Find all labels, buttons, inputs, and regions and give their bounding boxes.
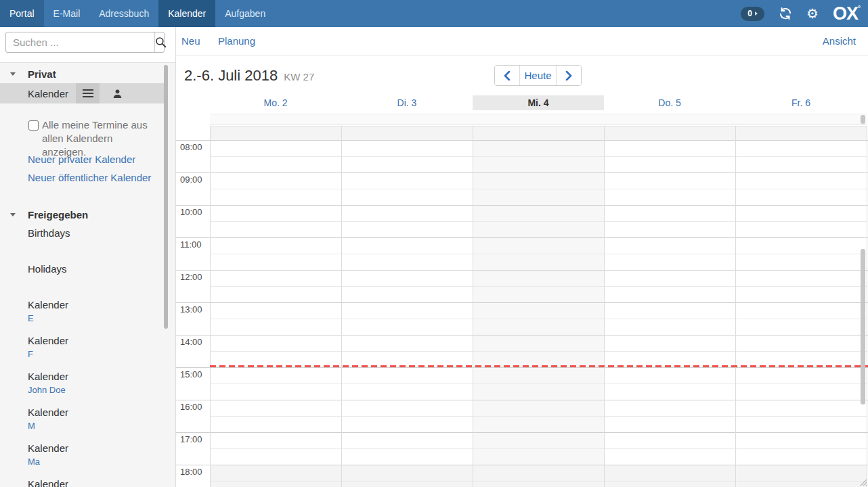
time-grid: 08:0009:0010:0011:0012:0013:0014:0015:00… <box>176 126 868 487</box>
today-button[interactable]: Heute <box>519 66 557 85</box>
time-label: 12:00 <box>180 272 209 282</box>
item-title: Kalender <box>28 478 68 487</box>
time-label: 14:00 <box>180 337 209 347</box>
resize-grip-icon[interactable] <box>858 477 867 486</box>
day-header-fr-6[interactable]: Fr. 6 <box>735 95 867 110</box>
day-header-mo-2[interactable]: Mo. 2 <box>210 95 341 110</box>
day-column-di-3[interactable] <box>341 126 473 487</box>
item-title: Holidays <box>28 262 67 275</box>
sidebar-item-kalender-f[interactable]: Kalender F <box>0 334 165 363</box>
collapse-caret-icon <box>10 213 16 216</box>
app-window: Portal E-Mail Adressbuch Kalender Aufgab… <box>0 0 868 487</box>
sidebar-item-kalender-m[interactable]: Kalender M <box>0 406 165 434</box>
item-owner: F <box>28 349 33 360</box>
time-label: 09:00 <box>180 175 209 185</box>
time-label: 18:00 <box>180 467 209 477</box>
sidebar-item-holidays[interactable]: Holidays <box>0 262 165 279</box>
item-title: Birthdays <box>28 227 70 239</box>
main-nav: Portal E-Mail Adressbuch Kalender Aufgab… <box>0 0 275 27</box>
day-header-di-3[interactable]: Di. 3 <box>341 95 473 110</box>
show-all-appointments-checkbox[interactable] <box>28 120 39 131</box>
refresh-icon[interactable] <box>779 7 792 20</box>
show-all-appointments-label[interactable]: Alle meine Termine aus allen Kalendern a… <box>42 118 149 159</box>
badge-count: 0 <box>747 9 752 18</box>
section-private[interactable]: Privat <box>0 67 175 80</box>
item-title: Kalender <box>28 370 68 383</box>
allday-scrollbar[interactable] <box>861 115 865 124</box>
calendar-week-label: KW 27 <box>284 71 314 83</box>
time-label: 15:00 <box>180 369 209 379</box>
day-column-do-5[interactable] <box>604 126 735 487</box>
new-private-calendar-link[interactable]: Neuer privater Kalender <box>28 154 135 165</box>
folder-actions-menu-icon[interactable] <box>76 83 100 103</box>
section-shared[interactable]: Freigegeben <box>0 208 175 221</box>
time-label: 16:00 <box>180 402 209 412</box>
topbar-controls: 0 ⚙ OX° <box>741 0 860 27</box>
column-gridline <box>867 126 867 487</box>
planning-button[interactable]: Planung <box>218 35 255 47</box>
item-owner: M <box>28 421 35 432</box>
search-input[interactable] <box>6 32 154 52</box>
next-week-button[interactable] <box>557 66 581 85</box>
sidebar-item-birthdays[interactable]: Birthdays <box>0 227 165 243</box>
allday-row[interactable] <box>210 114 867 125</box>
sidebar: Privat Kalender Alle meine Termine aus a… <box>0 27 176 487</box>
sidebar-item-kalender-selected[interactable]: Kalender <box>0 83 165 103</box>
sidebar-item-kalender-ma[interactable]: Kalender Ma <box>0 442 165 470</box>
day-column-mo-2[interactable] <box>210 126 341 487</box>
item-title: Kalender <box>28 442 68 455</box>
item-title: Kalender <box>28 334 68 347</box>
sidebar-item-label: Kalender <box>28 88 68 99</box>
time-label: 08:00 <box>180 142 209 152</box>
sidebar-scrollbar[interactable] <box>164 65 168 329</box>
time-label: 17:00 <box>180 434 209 444</box>
tab-email[interactable]: E-Mail <box>44 0 90 27</box>
day-column-fr-6[interactable] <box>735 126 867 487</box>
notification-badge[interactable]: 0 <box>741 7 764 21</box>
search-button[interactable] <box>154 32 167 52</box>
chevron-right-icon <box>565 71 572 80</box>
collapse-caret-icon <box>10 72 16 76</box>
current-time-indicator <box>210 365 868 367</box>
date-range-title: 2.-6. Juli 2018KW 27 <box>184 67 314 85</box>
grid-scrollbar[interactable] <box>861 249 865 404</box>
badge-expand-icon <box>755 11 758 16</box>
date-header: 2.-6. Juli 2018KW 27 Heute <box>176 56 868 95</box>
date-navigation: Heute <box>494 65 582 86</box>
section-shared-label: Freigegeben <box>28 209 88 221</box>
tab-aufgaben[interactable]: Aufgaben <box>215 0 275 27</box>
time-label: 13:00 <box>180 304 209 315</box>
chevron-left-icon <box>504 71 511 80</box>
section-private-label: Privat <box>28 68 56 80</box>
tab-adressbuch[interactable]: Adressbuch <box>89 0 158 27</box>
tab-portal[interactable]: Portal <box>0 0 44 27</box>
day-column-mi-4[interactable] <box>473 126 604 487</box>
main-panel: Neu Planung Ansicht 2.-6. Juli 2018KW 27… <box>176 27 868 487</box>
day-header-do-5[interactable]: Do. 5 <box>604 95 735 110</box>
new-appointment-button[interactable]: Neu <box>181 35 200 47</box>
new-public-calendar-link[interactable]: Neuer öffentlicher Kalender <box>28 172 151 183</box>
search-icon <box>155 37 167 48</box>
sidebar-item-kalender-john-doe[interactable]: Kalender John Doe <box>0 370 165 398</box>
time-label: 11:00 <box>180 239 209 250</box>
sidebar-item-kalender-last[interactable]: Kalender <box>0 478 165 487</box>
search-box <box>5 32 165 53</box>
tab-kalender[interactable]: Kalender <box>158 0 215 27</box>
day-header-mi-4-current[interactable]: Mi. 4 <box>473 95 604 110</box>
sidebar-item-kalender-e[interactable]: Kalender E <box>0 298 165 327</box>
item-title: Kalender <box>28 406 68 419</box>
topbar: Portal E-Mail Adressbuch Kalender Aufgab… <box>0 0 868 27</box>
ox-logo: OX° <box>833 3 860 24</box>
calendar-toolbar: Neu Planung Ansicht <box>176 27 868 56</box>
view-menu-button[interactable]: Ansicht <box>823 35 856 47</box>
folder-permissions-icon[interactable] <box>107 83 127 103</box>
folder-tree: Privat Kalender Alle meine Termine aus a… <box>0 62 175 487</box>
settings-gear-icon[interactable]: ⚙ <box>806 7 819 20</box>
item-owner: Ma <box>28 457 40 467</box>
item-title: Kalender <box>28 298 68 311</box>
item-owner: John Doe <box>28 385 66 396</box>
show-all-appointments-row: Alle meine Termine aus allen Kalendern a… <box>28 118 150 159</box>
previous-week-button[interactable] <box>495 66 519 85</box>
time-label: 10:00 <box>180 207 209 217</box>
day-header-row: Mo. 2 Di. 3 Mi. 4 Do. 5 Fr. 6 <box>176 95 868 110</box>
